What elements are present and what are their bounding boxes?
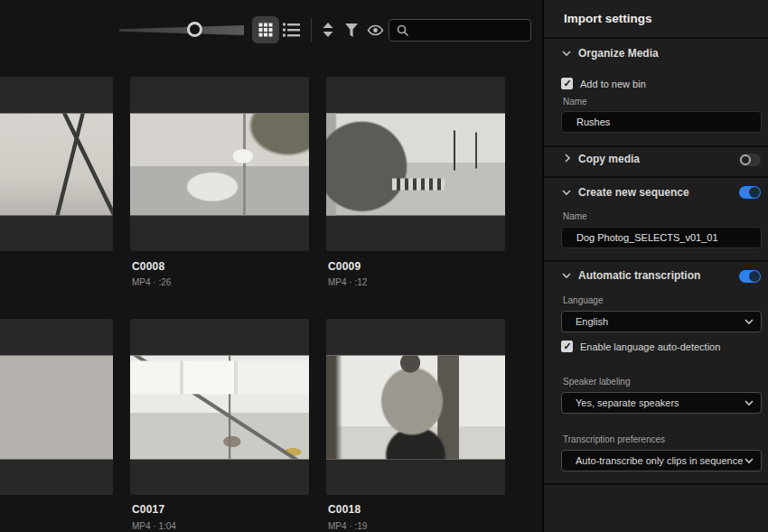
clip-thumbnail bbox=[130, 355, 309, 459]
speaker-labeling-dropdown[interactable]: Yes, separate speakers bbox=[561, 392, 762, 414]
clip-name: C0018 bbox=[328, 503, 361, 516]
transcription-preferences-value: Auto-transcribe only clips in sequence bbox=[576, 455, 743, 466]
filter-button[interactable] bbox=[342, 21, 361, 39]
media-browser: C0008 MP4 · :26 C0009 MP4 · :12 C0017 MP… bbox=[0, 0, 542, 532]
add-to-new-bin-label: Add to new bin bbox=[580, 79, 646, 89]
clip-thumbnail bbox=[326, 355, 505, 459]
chevron-down-icon[interactable] bbox=[562, 272, 571, 279]
speaker-labeling-value: Yes, separate speakers bbox=[576, 397, 679, 408]
grid-view-icon bbox=[258, 23, 273, 37]
premiere-import-screen: C0008 MP4 · :26 C0009 MP4 · :12 C0017 MP… bbox=[0, 0, 768, 532]
automatic-transcription-toggle[interactable] bbox=[739, 270, 761, 283]
language-label: Language bbox=[563, 295, 604, 305]
clip-card-c0009[interactable] bbox=[326, 77, 505, 251]
clip-meta: MP4 · :19 bbox=[328, 521, 367, 531]
clip-card-c0017[interactable] bbox=[130, 319, 309, 495]
clip-meta: MP4 · :12 bbox=[328, 277, 367, 287]
bin-name-label: Name bbox=[563, 97, 587, 107]
divider bbox=[544, 483, 768, 485]
add-to-new-bin-checkbox[interactable] bbox=[561, 78, 573, 89]
chevron-down-icon bbox=[745, 318, 754, 325]
clip-card-c0018[interactable] bbox=[326, 319, 505, 495]
sequence-name-input[interactable]: Dog Photog_SELECTS_v01_01 bbox=[561, 227, 762, 248]
section-header-automatic-transcription[interactable]: Automatic transcription bbox=[578, 269, 700, 282]
toggle-knob bbox=[749, 271, 760, 282]
section-header-organize-media[interactable]: Organize Media bbox=[578, 47, 659, 60]
speaker-labeling-label: Speaker labeling bbox=[563, 377, 631, 387]
clip-meta: MP4 · 1:04 bbox=[132, 521, 176, 531]
clip-card-c0008[interactable] bbox=[130, 77, 309, 251]
toolbar-divider bbox=[311, 18, 312, 42]
thumbnail-size-slider-handle[interactable] bbox=[187, 22, 202, 37]
clip-name: C0009 bbox=[328, 260, 361, 273]
panel-title: Import settings bbox=[564, 12, 652, 25]
search-input[interactable] bbox=[413, 21, 529, 42]
section-header-create-new-sequence[interactable]: Create new sequence bbox=[578, 186, 689, 199]
divider bbox=[544, 145, 768, 147]
eye-icon bbox=[367, 23, 384, 37]
divider bbox=[544, 260, 768, 262]
chevron-down-icon[interactable] bbox=[562, 189, 571, 196]
search-box[interactable] bbox=[389, 19, 531, 42]
preview-visibility-button[interactable] bbox=[365, 22, 385, 38]
toggle-knob bbox=[740, 154, 751, 165]
create-new-sequence-toggle[interactable] bbox=[739, 186, 761, 199]
list-view-button[interactable] bbox=[281, 20, 303, 40]
sequence-name-value: Dog Photog_SELECTS_v01_01 bbox=[576, 232, 718, 243]
grid-view-button[interactable] bbox=[252, 16, 279, 43]
divider bbox=[544, 37, 768, 39]
list-view-icon bbox=[283, 22, 301, 38]
clip-name: C0017 bbox=[132, 503, 164, 516]
language-auto-detection-checkbox[interactable] bbox=[561, 341, 573, 352]
chevron-right-icon[interactable] bbox=[564, 154, 571, 163]
section-header-copy-media[interactable]: Copy media bbox=[578, 153, 640, 165]
chevron-down-icon bbox=[745, 399, 754, 406]
clip-name: C0008 bbox=[132, 260, 164, 273]
clip-card-partial-bottom[interactable] bbox=[0, 319, 113, 495]
bin-name-input[interactable]: Rushes bbox=[561, 111, 762, 133]
transcription-preferences-dropdown[interactable]: Auto-transcribe only clips in sequence bbox=[561, 450, 762, 471]
import-settings-panel: Import settings Organize Media Add to ne… bbox=[542, 0, 768, 532]
bin-name-value: Rushes bbox=[576, 117, 610, 127]
search-icon bbox=[397, 24, 409, 37]
sort-button[interactable] bbox=[320, 21, 336, 39]
chevron-down-icon[interactable] bbox=[562, 50, 571, 57]
filter-icon bbox=[344, 23, 359, 38]
language-value: English bbox=[576, 316, 608, 327]
transcription-preferences-label: Transcription preferences bbox=[563, 434, 665, 444]
language-auto-detection-label: Enable language auto-detection bbox=[580, 341, 720, 352]
language-dropdown[interactable]: English bbox=[561, 311, 762, 332]
clip-thumbnail bbox=[130, 113, 309, 215]
toggle-knob bbox=[749, 187, 760, 198]
clip-thumbnail bbox=[326, 113, 505, 215]
copy-media-toggle[interactable] bbox=[739, 154, 761, 166]
clip-meta: MP4 · :26 bbox=[132, 277, 171, 287]
clip-card-partial-top[interactable] bbox=[0, 77, 113, 251]
chevron-down-icon bbox=[745, 457, 754, 464]
clip-thumbnail bbox=[0, 113, 113, 215]
sort-icon bbox=[322, 22, 334, 38]
clip-thumbnail bbox=[0, 355, 113, 459]
sequence-name-label: Name bbox=[563, 211, 587, 221]
divider bbox=[544, 176, 768, 178]
thumbnail-size-slider-track[interactable] bbox=[119, 25, 244, 35]
